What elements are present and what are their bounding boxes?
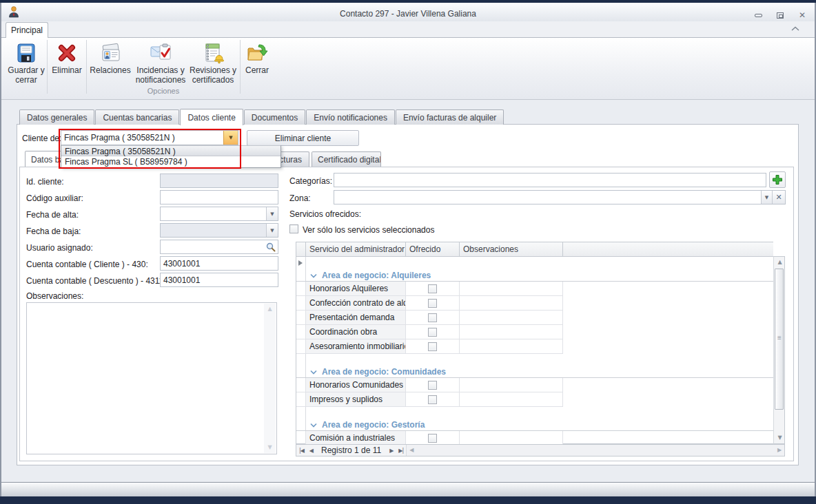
close-button[interactable]: ✕ [795,10,810,20]
tab-documentos[interactable]: Documentos [244,109,305,125]
service-name-cell[interactable]: Honorarios Comunidades [306,378,406,392]
tab-envio-facturas[interactable]: Envío facturas de alquiler [396,109,504,125]
table-row[interactable]: Confección contrato de alqui... [296,296,773,311]
fecha-alta-field[interactable]: ▼ [160,207,278,221]
service-offered-checkbox[interactable] [428,299,437,308]
scrollbar-thumb[interactable] [775,269,784,410]
service-observations-cell[interactable] [460,311,563,325]
scroll-right-icon[interactable]: ▶ [775,445,784,456]
scroll-up-icon[interactable]: ▲ [774,257,786,268]
date-dropdown-button[interactable]: ▼ [266,207,278,220]
service-observations-cell[interactable] [460,431,563,444]
tab-envio-notificaciones[interactable]: Envío notificaciones [306,109,395,125]
restore-button[interactable] [773,10,788,20]
tab-datos-generales[interactable]: Datos generales [19,109,94,125]
observaciones-textarea[interactable]: ▲ ▼ [26,302,277,454]
next-record-button[interactable]: ▶ [387,448,396,454]
service-group-row[interactable]: Area de negocio: Comunidades [296,366,773,378]
table-row[interactable]: Coordinación obra [296,325,773,339]
chevron-down-icon[interactable] [310,273,317,278]
minimize-button[interactable] [751,10,766,20]
dropdown-option[interactable]: Fincas Pragma ( 35058521N ) [61,145,280,156]
service-offered-checkbox[interactable] [428,328,437,337]
service-name-cell[interactable]: Honorarios Alquileres [306,282,406,296]
cerrar-button[interactable]: Cerrar [241,40,273,95]
textarea-scrollbar[interactable]: ▲ ▼ [264,304,276,453]
service-offered-cell[interactable] [406,339,460,354]
tab-datos-cliente[interactable]: Datos cliente [180,109,243,125]
ribbon-collapse-button[interactable] [790,25,802,34]
eliminar-cliente-button[interactable]: Eliminar cliente [247,130,359,146]
table-horizontal-scrollbar[interactable]: ◀ ▶ [406,445,784,456]
id-cliente-field[interactable] [160,174,278,188]
first-record-button[interactable]: |◀ [296,448,307,454]
service-offered-cell[interactable] [406,378,460,392]
service-name-cell[interactable]: Coordinación obra [306,325,406,339]
table-row[interactable]: Impresos y suplidos [296,392,773,407]
categorias-field[interactable] [334,173,766,187]
column-header-ofrecido[interactable]: Ofrecido [406,242,460,256]
table-vertical-scrollbar[interactable]: ▲ ▼ [773,256,785,444]
table-row[interactable]: Comisión a industriales [296,431,773,444]
service-offered-checkbox[interactable] [428,313,437,322]
service-observations-cell[interactable] [460,339,563,354]
service-offered-cell[interactable] [406,311,460,325]
cliente-de-combo[interactable]: Fincas Pragma ( 35058521N ) ▼ [61,130,238,145]
column-header-observaciones[interactable]: Observaciones [460,242,563,256]
service-name-cell[interactable]: Confección contrato de alqui... [306,296,406,311]
service-offered-cell[interactable] [406,431,460,444]
service-group-row[interactable]: Area de negocio: Alquileres [296,269,773,282]
table-row[interactable]: Asesoramiento inmobiliario [296,339,773,354]
service-observations-cell[interactable] [460,392,563,407]
chevron-down-icon[interactable] [310,370,317,375]
service-offered-cell[interactable] [406,325,460,339]
cuenta-cliente-field[interactable]: 43001001 [160,256,278,271]
table-row[interactable]: Presentación demanda [296,311,773,325]
column-header-servicio[interactable]: Servicio del administrador [306,242,406,256]
date-dropdown-button[interactable]: ▼ [266,224,278,237]
service-name-cell[interactable]: Comisión a industriales [306,431,406,444]
service-offered-checkbox[interactable] [428,342,437,351]
service-observations-cell[interactable] [460,325,563,339]
subtab-certificado-digital[interactable]: Certificado digital [312,151,381,167]
ver-solo-checkbox[interactable] [289,224,298,233]
chevron-down-icon[interactable] [310,423,317,428]
scroll-left-icon[interactable]: ◀ [407,445,416,456]
service-name-cell[interactable]: Asesoramiento inmobiliario [306,339,406,354]
service-group-row[interactable]: Area de negocio: Gestoría [296,419,773,431]
delete-button[interactable]: Eliminar [48,40,85,95]
service-name-cell[interactable]: Impresos y suplidos [306,392,406,407]
cuenta-descuento-field[interactable]: 43001001 [160,273,278,287]
ribbon-tab-principal[interactable]: Principal [6,22,48,38]
service-observations-cell[interactable] [460,378,563,392]
service-offered-checkbox[interactable] [428,284,437,293]
service-offered-checkbox[interactable] [428,395,437,404]
service-observations-cell[interactable] [460,282,563,296]
zona-dropdown-button[interactable]: ▼ [761,191,772,204]
service-offered-cell[interactable] [406,296,460,311]
table-spacer-row [296,354,773,366]
service-offered-cell[interactable] [406,392,460,407]
search-icon[interactable] [266,242,276,252]
service-offered-checkbox[interactable] [428,381,437,390]
scroll-down-icon[interactable]: ▼ [774,432,786,443]
combo-dropdown-button[interactable]: ▼ [223,131,238,145]
service-observations-cell[interactable] [460,296,563,311]
dropdown-option[interactable]: Fincas Pragma SL ( B58959784 ) [61,156,280,167]
zona-field[interactable]: ▼ ✕ [334,190,786,204]
service-name-cell[interactable]: Presentación demanda [306,311,406,325]
service-offered-checkbox[interactable] [428,434,437,443]
cuenta-cliente-label: Cuenta contable ( Cliente ) - 430: [26,260,148,269]
save-and-close-button[interactable]: Guardar y cerrar [7,40,45,95]
add-categoria-button[interactable] [769,171,786,188]
zona-clear-button[interactable]: ✕ [772,191,785,204]
codigo-auxiliar-field[interactable] [160,190,278,204]
fecha-baja-field[interactable]: ▼ [160,223,278,238]
tab-cuentas-bancarias[interactable]: Cuentas bancarias [95,109,179,125]
table-row[interactable]: Honorarios Alquileres [296,282,773,296]
service-offered-cell[interactable] [406,282,460,296]
prev-record-button[interactable]: ◀ [307,448,316,454]
usuario-asignado-field[interactable] [160,240,278,254]
last-record-button[interactable]: ▶| [396,448,406,454]
table-row[interactable]: Honorarios Comunidades [296,378,773,392]
